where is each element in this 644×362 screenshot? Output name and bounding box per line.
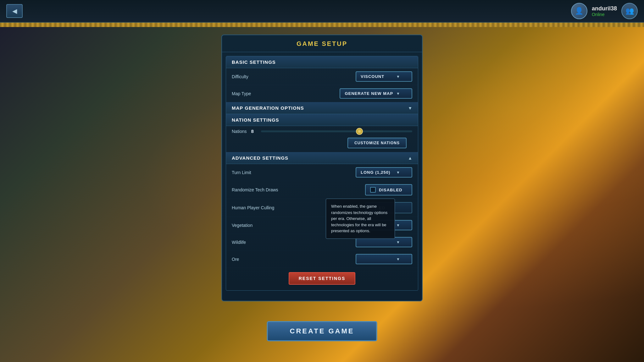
difficulty-dropdown[interactable]: VISCOUNT ▼: [356, 71, 412, 82]
dropdown-arrow-difficulty: ▼: [396, 74, 400, 79]
ore-label: Ore: [232, 257, 239, 262]
back-button[interactable]: ◀: [6, 4, 23, 18]
map-type-label: Map Type: [232, 91, 251, 96]
nations-slider[interactable]: [261, 130, 412, 132]
map-type-value: GENERATE NEW MAP: [345, 91, 393, 96]
nations-value: 8: [251, 129, 257, 134]
panel-title: GAME SETUP: [222, 35, 422, 52]
user-info: 👤 anduril38 Online 👥: [571, 3, 638, 19]
nations-row: Nations 8: [232, 129, 412, 134]
user-details: anduril38 Online: [592, 5, 617, 17]
dropdown-arrow-map: ▼: [396, 91, 400, 96]
customize-nations-button[interactable]: CUSTOMIZE NATIONS: [347, 138, 407, 148]
randomize-tech-label: Randomize Tech Draws: [232, 187, 278, 192]
randomize-tech-toggle[interactable]: DISABLED: [365, 184, 412, 195]
dropdown-arrow-wildlife: ▼: [396, 240, 400, 244]
tooltip-text: When enabled, the game randomizes techno…: [331, 204, 387, 233]
turn-limit-dropdown[interactable]: LONG (1,250) ▼: [356, 167, 412, 178]
avatar: 👤: [571, 3, 587, 19]
map-gen-arrow: ▼: [408, 106, 412, 111]
panel-inner: BASIC SETTINGS Difficulty VISCOUNT ▼ Map…: [226, 56, 418, 291]
back-icon: ◀: [12, 7, 17, 15]
wildlife-label: Wildlife: [232, 240, 246, 245]
turn-limit-label: Turn Limit: [232, 170, 251, 175]
randomize-tech-state: DISABLED: [379, 188, 402, 192]
online-status: Online: [592, 12, 617, 17]
ore-value: [361, 257, 362, 261]
dropdown-arrow-veg: ▼: [396, 223, 400, 228]
map-gen-title: MAP GENERATION OPTIONS: [232, 105, 304, 111]
randomize-tech-row: Randomize Tech Draws DISABLED: [226, 181, 418, 199]
username: anduril38: [592, 5, 617, 12]
friends-button[interactable]: 👥: [621, 3, 638, 19]
difficulty-row: Difficulty VISCOUNT ▼: [226, 68, 418, 85]
map-type-dropdown[interactable]: GENERATE NEW MAP ▼: [340, 88, 412, 99]
nations-area: Nations 8: [226, 126, 418, 135]
create-game-button[interactable]: CREATE GAME: [267, 321, 377, 341]
basic-settings-header: BASIC SETTINGS: [226, 56, 418, 68]
turn-limit-row: Turn Limit LONG (1,250) ▼: [226, 164, 418, 181]
friends-icon: 👥: [625, 7, 634, 15]
ore-dropdown[interactable]: ▼: [356, 254, 412, 264]
advanced-settings-title: ADVANCED SETTINGS: [232, 155, 288, 161]
basic-settings-title: BASIC SETTINGS: [232, 59, 276, 65]
vegetation-label: Vegetation: [232, 223, 253, 228]
decorative-strip: [0, 23, 644, 27]
wildlife-value: [361, 240, 362, 244]
map-gen-header[interactable]: MAP GENERATION OPTIONS ▼: [226, 102, 418, 114]
culling-label: Human Player Culling: [232, 205, 274, 210]
slider-fill: [261, 130, 359, 132]
slider-thumb[interactable]: [356, 128, 363, 135]
game-setup-panel: GAME SETUP BASIC SETTINGS Difficulty VIS…: [221, 35, 423, 301]
tooltip: When enabled, the game randomizes techno…: [326, 199, 395, 239]
difficulty-value: VISCOUNT: [361, 74, 384, 79]
reset-settings-button[interactable]: RESET SETTINGS: [289, 272, 356, 285]
nation-settings-header: NATION SETTINGS: [226, 114, 418, 126]
nation-settings-title: NATION SETTINGS: [232, 117, 279, 123]
toggle-checkbox: [370, 187, 376, 193]
dropdown-arrow-turn: ▼: [396, 170, 400, 175]
dropdown-arrow-ore: ▼: [396, 257, 400, 261]
advanced-settings-header[interactable]: ADVANCED SETTINGS ▲: [226, 152, 418, 164]
advanced-settings-arrow: ▲: [408, 156, 412, 161]
nations-label: Nations: [232, 129, 247, 134]
topbar: ◀ 👤 anduril38 Online 👥: [0, 0, 644, 23]
ore-row: Ore ▼: [226, 251, 418, 268]
difficulty-label: Difficulty: [232, 74, 248, 79]
turn-limit-value: LONG (1,250): [361, 170, 390, 175]
map-type-row: Map Type GENERATE NEW MAP ▼: [226, 85, 418, 102]
